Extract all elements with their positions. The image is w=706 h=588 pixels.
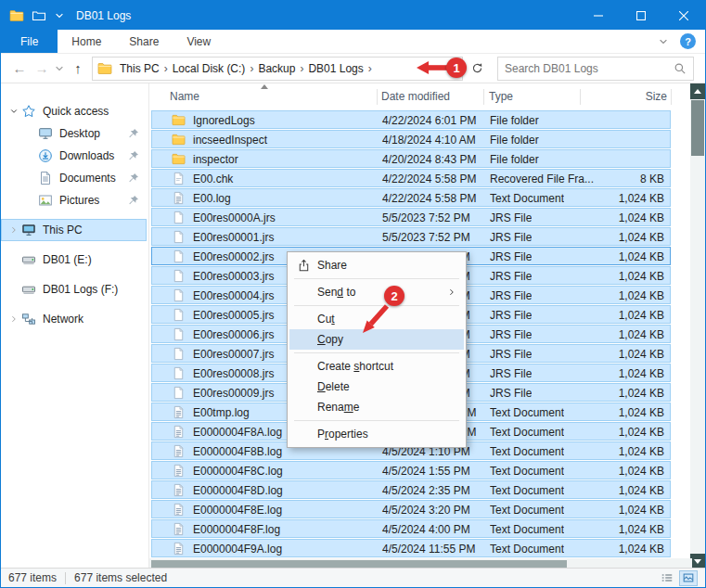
forward-button[interactable]: → (31, 60, 53, 76)
up-button[interactable]: ↑ (68, 60, 88, 76)
jrs-icon (172, 327, 186, 341)
ribbon-expand-icon[interactable] (658, 36, 669, 47)
search-icon[interactable] (674, 62, 687, 75)
tab-view[interactable]: View (173, 30, 225, 53)
file-type: JRS File (490, 348, 532, 361)
file-row[interactable]: E00.log4/22/2024 5:58 PMText Document1,0… (151, 188, 671, 207)
thumbnails-view-button[interactable] (679, 570, 698, 586)
vertical-scrollbar[interactable] (690, 83, 705, 569)
column-header-name[interactable]: Name (170, 90, 199, 103)
jrs-icon (172, 386, 186, 400)
sidebar-item-label: DB01 (E:) (43, 253, 92, 266)
file-row[interactable]: E00res0000A.jrs5/5/2023 7:52 PMJRS File1… (151, 208, 671, 226)
menu-item-share[interactable]: Share (289, 255, 464, 275)
chk-icon (172, 172, 186, 185)
file-row[interactable]: E0000004F8F.log4/5/2024 4:00 PMText Docu… (151, 519, 671, 538)
chevron-right-icon[interactable] (6, 223, 21, 237)
file-name: E00res00005.jrs (193, 309, 274, 322)
file-type: Text Document (490, 484, 564, 497)
file-row[interactable]: E0000004F8D.log4/5/2024 2:35 PMText Docu… (151, 480, 671, 499)
file-row[interactable]: IgnoredLogs4/22/2024 6:01 PMFile folder (151, 110, 671, 129)
pin-icon (127, 194, 140, 207)
file-name: IgnoredLogs (193, 114, 255, 127)
breadcrumb-segment[interactable]: This PC (117, 62, 162, 75)
file-type: JRS File (490, 289, 532, 302)
file-type: Text Document (490, 426, 564, 439)
scroll-up-button[interactable] (690, 83, 705, 99)
history-dropdown-icon[interactable] (53, 63, 66, 74)
sidebar-item-label: Pictures (59, 194, 99, 207)
column-header-type[interactable]: Type (489, 90, 513, 103)
file-size: 1,024 KB (571, 211, 664, 224)
file-row[interactable]: E00.chk4/22/2024 5:58 PMRecovered File F… (151, 169, 671, 187)
tab-file[interactable]: File (1, 30, 58, 53)
menu-item-rename[interactable]: Rename (289, 397, 464, 417)
file-size: 1,024 KB (571, 348, 664, 361)
file-row[interactable]: E00res00001.jrs5/5/2023 7:52 PMJRS File1… (151, 227, 671, 246)
breadcrumb-segment[interactable]: DB01 Logs (305, 62, 366, 75)
file-date-modified: 5/5/2023 7:52 PM (382, 211, 470, 224)
file-name: inspector (193, 153, 238, 166)
chevron-right-icon[interactable] (6, 312, 21, 326)
sidebar-item-db01-e[interactable]: DB01 (E:) (1, 249, 148, 271)
breadcrumb-separator-icon[interactable]: › (248, 62, 255, 75)
maximize-button[interactable] (620, 1, 662, 30)
desktop-icon (38, 126, 53, 141)
sidebar-item-desktop[interactable]: Desktop (1, 122, 148, 145)
file-date-modified: 4/20/2024 8:43 PM (382, 153, 476, 166)
file-type: JRS File (490, 250, 532, 263)
address-bar[interactable]: This PC›Local Disk (C:)›Backup›DB01 Logs… (92, 57, 463, 81)
help-button[interactable]: ? (680, 33, 696, 49)
log-icon (172, 464, 186, 478)
qat-dropdown-icon[interactable] (54, 10, 65, 21)
file-row[interactable]: inspector4/20/2024 8:43 PMFile folder (151, 149, 671, 168)
context-menu: ShareSend toCutCopyCreate shortcutDelete… (287, 251, 467, 448)
breadcrumb-separator-icon[interactable]: › (162, 62, 170, 75)
close-button[interactable] (662, 1, 705, 30)
qat-folder-icon[interactable] (32, 8, 46, 23)
menu-item-delete[interactable]: Delete (289, 377, 464, 397)
tab-share[interactable]: Share (115, 30, 173, 53)
minimize-button[interactable] (577, 1, 620, 30)
file-size: 1,024 KB (571, 484, 664, 497)
sidebar-items: Quick accessDesktopDownloadsDocumentsPic… (1, 100, 148, 330)
sidebar-item-network[interactable]: Network (1, 308, 148, 330)
log-icon (172, 425, 186, 439)
file-name: E0000004F8B.log (193, 445, 282, 458)
sidebar-item-db01-logs-f[interactable]: DB01 Logs (F:) (1, 278, 148, 300)
sidebar-item-downloads[interactable]: Downloads (1, 145, 148, 167)
back-button[interactable]: ← (8, 60, 31, 76)
file-name: E0000004F8A.log (193, 426, 282, 439)
breadcrumb-separator-icon[interactable]: › (298, 62, 305, 75)
jrs-icon (172, 308, 186, 322)
sidebar-item-quick-access[interactable]: Quick access (1, 100, 148, 122)
file-name: E00res00003.jrs (193, 270, 274, 283)
submenu-arrow-icon (447, 287, 458, 298)
horizontal-scroll-thumb[interactable] (151, 560, 567, 568)
vertical-scroll-thumb[interactable] (691, 100, 704, 156)
sidebar-item-documents[interactable]: Documents (1, 167, 148, 189)
file-row[interactable]: E0000004F9A.log4/5/2024 11:55 PMText Doc… (151, 539, 671, 557)
menu-item-properties[interactable]: Properties (289, 424, 464, 444)
chevron-down-icon[interactable] (6, 104, 21, 119)
sidebar-item-label: Downloads (59, 149, 114, 162)
sidebar-item-pictures[interactable]: Pictures (1, 189, 148, 211)
column-header-date-modified[interactable]: Date modified (381, 90, 450, 103)
search-input[interactable] (505, 62, 674, 75)
log-icon (172, 503, 186, 517)
breadcrumb-separator-icon[interactable]: › (366, 62, 374, 75)
sidebar-item-this-pc[interactable]: This PC (1, 219, 147, 241)
column-header-size[interactable]: Size (646, 90, 667, 103)
breadcrumb-segment[interactable]: Local Disk (C:) (170, 62, 249, 75)
file-type: JRS File (490, 270, 532, 283)
file-row[interactable]: E0000004F8E.log4/5/2024 3:20 PMText Docu… (151, 500, 671, 518)
menu-item-create-shortcut[interactable]: Create shortcut (289, 356, 464, 377)
breadcrumb-segment[interactable]: Backup (255, 62, 298, 75)
tab-home[interactable]: Home (58, 30, 115, 53)
file-name: E00res0000A.jrs (193, 211, 276, 224)
file-size: 1,024 KB (571, 406, 664, 419)
file-row[interactable]: E0000004F8C.log4/5/2024 1:55 PMText Docu… (151, 461, 671, 479)
file-row[interactable]: incseedInspect4/18/2024 4:10 AMFile fold… (151, 130, 671, 148)
details-view-button[interactable] (658, 570, 676, 586)
file-date-modified: 4/5/2024 11:55 PM (382, 543, 476, 556)
